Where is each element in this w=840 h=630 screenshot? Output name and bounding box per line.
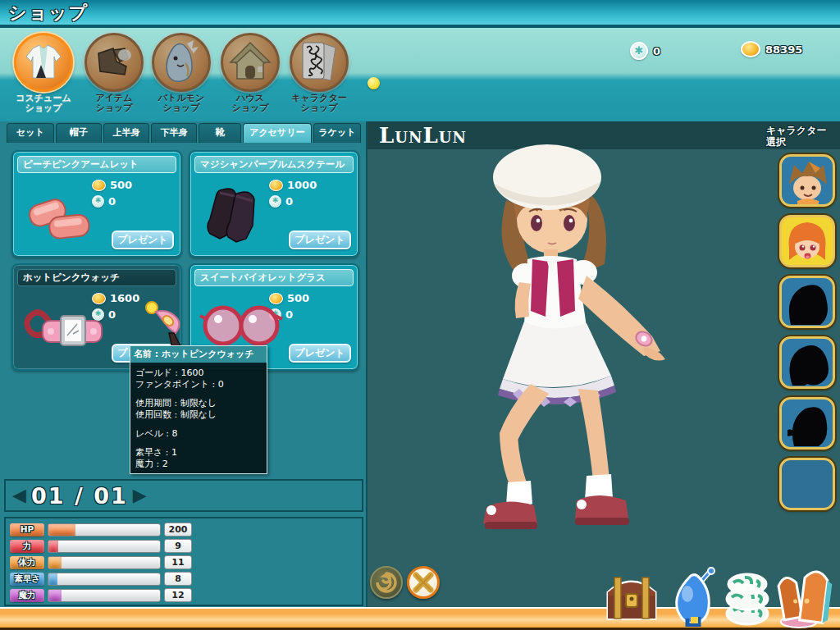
fanta-price: 0	[92, 195, 116, 208]
game-logo: LunLun	[379, 123, 467, 148]
character-slot-empty[interactable]	[779, 458, 835, 510]
exit-doors-icon[interactable]	[774, 566, 837, 628]
page-indicator: 01 / 01	[31, 483, 128, 509]
silhouette-portrait	[783, 279, 832, 325]
stat-bar	[48, 573, 161, 586]
tab-set[interactable]: セット	[7, 123, 54, 143]
item-name: マジシャンパープルムスクテール	[194, 156, 354, 173]
stat-row-magic: 魔力 12	[10, 588, 362, 602]
treasure-chest-icon[interactable]	[601, 568, 662, 627]
stat-bar-fill	[48, 573, 57, 585]
rotate-character-button[interactable]	[370, 566, 403, 599]
item-name: ホットピンクウォッチ	[17, 269, 176, 286]
purple-gloves-image	[199, 185, 272, 252]
house-icon	[221, 33, 280, 92]
tab-shoes[interactable]: 靴	[199, 123, 241, 143]
tab-hat[interactable]: 帽子	[56, 123, 102, 143]
stat-label: 力	[10, 540, 44, 553]
silhouette-portrait	[783, 400, 832, 446]
stat-bar	[48, 540, 161, 553]
shop-nav-character[interactable]: キャラクター ショップ	[284, 33, 354, 113]
silhouette-portrait	[783, 340, 832, 386]
tab-racket[interactable]: ラケット	[313, 123, 361, 143]
gold-price: 500	[92, 179, 132, 191]
candy-stack-icon[interactable]	[719, 569, 776, 627]
item-card[interactable]: ピーチピンクアームレット 500 0 プレゼント	[11, 150, 182, 258]
tooltip-gold: ゴールド : 1600	[135, 368, 262, 379]
stat-label: HP	[10, 523, 44, 536]
item-card[interactable]: マジシャンパープルムスクテール 1000 0 プレゼント	[189, 150, 359, 258]
character-card-icon	[290, 33, 349, 92]
page-title: ショップ	[8, 1, 89, 25]
fanta-point-display: 0	[630, 42, 660, 60]
gold-coin-icon	[741, 41, 760, 57]
shop-nav-house[interactable]: ハウス ショップ	[215, 33, 285, 113]
stat-value: 200	[164, 523, 192, 536]
close-button[interactable]	[407, 566, 440, 599]
stat-bar	[48, 556, 161, 569]
shop-nav-costume[interactable]: コスチューム ショップ	[8, 33, 79, 113]
pink-watch-image	[21, 298, 112, 355]
shop-nav-battlemon[interactable]: バトルモン ショップ	[146, 33, 217, 113]
stat-bar-fill	[48, 524, 75, 536]
character-slot-locked[interactable]	[779, 276, 835, 328]
stat-label: 体力	[10, 556, 44, 569]
stat-label: 素早さ	[10, 573, 44, 586]
close-x-icon	[412, 571, 435, 594]
character-select-label: キャラクター 選択	[766, 125, 826, 148]
title-bar: ショップ	[0, 0, 840, 25]
stat-value: 12	[164, 588, 192, 602]
character-slot-boy[interactable]	[779, 154, 835, 207]
tooltip-use-count: 使用回数 : 制限なし	[135, 409, 262, 421]
stat-bar	[48, 523, 161, 536]
tooltip-level: レベル : 8	[135, 428, 262, 440]
character-slot-locked[interactable]	[779, 397, 835, 450]
page-navigation: ◀ 01 / 01 ▶	[4, 479, 363, 512]
stat-row-agility: 素早さ 8	[10, 572, 362, 586]
item-boots-icon	[84, 33, 144, 92]
present-button[interactable]: プレゼント	[289, 344, 351, 363]
character-slot-locked[interactable]	[779, 336, 835, 389]
shop-nav-item[interactable]: アイテム ショップ	[79, 33, 149, 113]
notification-dot	[368, 77, 380, 89]
stat-row-hp: HP 200	[10, 523, 362, 536]
item-name: スイートバイオレットグラス	[194, 269, 354, 286]
tooltip-fanta-point: ファンタポイント : 0	[135, 379, 262, 390]
fanta-price: 0	[269, 195, 293, 208]
costume-shirt-icon	[14, 33, 73, 92]
stat-label: 魔力	[10, 589, 44, 602]
boy-portrait	[783, 157, 832, 204]
character-stats-panel: HP 200 力 9 体力 11 素早さ 8 魔力 12	[4, 517, 363, 606]
next-page-button[interactable]: ▶	[133, 481, 147, 510]
present-button[interactable]: プレゼント	[112, 231, 174, 249]
stat-row-power: 力 9	[10, 539, 362, 553]
girl-portrait	[783, 217, 832, 265]
tooltip-magic: 魔力 : 2	[135, 459, 262, 470]
tab-accessory[interactable]: アクセサリー	[243, 123, 312, 143]
character-preview-render[interactable]	[455, 136, 734, 546]
prev-page-button[interactable]: ◀	[12, 481, 26, 510]
candy-coin-icon	[630, 42, 648, 60]
pink-armlets-image	[21, 185, 95, 242]
wand-cursor-icon	[144, 300, 185, 351]
tooltip-agility: 素早さ : 1	[135, 447, 262, 459]
balloon-pet-icon[interactable]	[666, 566, 719, 627]
stat-bar-fill	[48, 541, 58, 552]
stat-value: 8	[164, 572, 192, 586]
character-slot-girl-selected[interactable]	[779, 215, 835, 267]
stat-bar-fill	[48, 590, 62, 601]
stat-row-stamina: 体力 11	[10, 555, 362, 569]
gold-price: 1000	[269, 179, 317, 191]
tooltip-item-name: 名前 : ホットピンクウォッチ	[130, 346, 267, 363]
stat-bar-fill	[48, 557, 62, 568]
present-button[interactable]: プレゼント	[289, 231, 351, 249]
stat-bar	[48, 589, 161, 602]
tab-upper-body[interactable]: 上半身	[103, 123, 149, 143]
gold-value: 88395	[765, 43, 802, 56]
item-name: ピーチピンクアームレット	[17, 156, 176, 173]
violet-glasses-image	[199, 298, 284, 350]
tab-lower-body[interactable]: 下半身	[151, 123, 197, 143]
tooltip-use-period: 使用期間 : 制限なし	[135, 398, 262, 409]
rotate-swirl-icon	[374, 570, 399, 595]
gold-display: 88395	[741, 41, 802, 57]
